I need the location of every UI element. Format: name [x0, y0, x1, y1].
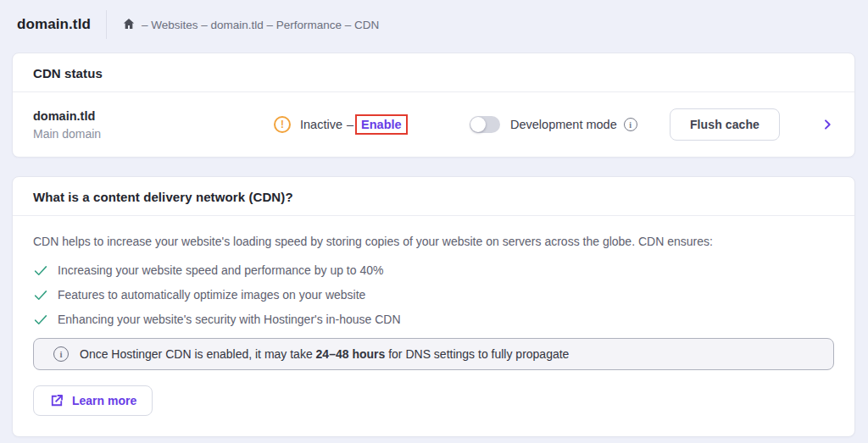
breadcrumb: – Websites – domain.tld – Performance – … — [122, 19, 379, 31]
domain-name: domain.tld — [33, 109, 274, 123]
cdn-settings-page: domain.tld – Websites – domain.tld – Per… — [0, 0, 868, 443]
dns-propagation-notice: i Once Hostinger CDN is enabled, it may … — [33, 338, 834, 370]
notice-text: Once Hostinger CDN is enabled, it may ta… — [80, 347, 569, 361]
toggle-knob — [470, 117, 486, 132]
development-mode-info-icon[interactable]: i — [624, 118, 637, 131]
development-mode-label: Development mode — [510, 118, 617, 131]
status-label: Inactive — [300, 118, 342, 131]
bullet-text: Increasing your website speed and perfor… — [58, 263, 383, 277]
learn-more-button[interactable]: Learn more — [33, 385, 153, 416]
site-name: domain.tld — [17, 16, 91, 33]
breadcrumb-path: – Websites – domain.tld – Performance – … — [142, 19, 379, 31]
list-item: Increasing your website speed and perfor… — [33, 263, 834, 278]
bullet-text: Features to automatically optimize image… — [58, 288, 365, 302]
notice-duration: 24–48 hours — [316, 347, 386, 361]
info-icon: i — [53, 346, 69, 362]
check-icon — [33, 263, 48, 278]
cdn-info-title: What is a content delivery network (CDN)… — [33, 190, 834, 204]
cdn-intro-text: CDN helps to increase your website's loa… — [33, 235, 834, 248]
check-icon — [33, 287, 48, 302]
list-item: Enhancing your website's security with H… — [33, 312, 834, 327]
domain-type-label: Main domain — [33, 127, 274, 141]
notice-prefix: Once Hostinger CDN is enabled, it may ta… — [80, 347, 316, 361]
learn-more-label: Learn more — [72, 394, 136, 407]
check-icon — [33, 312, 48, 327]
cdn-status-title: CDN status — [33, 66, 834, 80]
cdn-status-card-header: CDN status — [13, 53, 854, 92]
list-item: Features to automatically optimize image… — [33, 287, 834, 302]
domain-column: domain.tld Main domain — [33, 109, 274, 141]
cdn-status-card: CDN status domain.tld Main domain ! Inac… — [12, 53, 855, 158]
home-icon[interactable] — [122, 17, 136, 30]
annotation-highlight-box: Enable — [355, 114, 408, 135]
cdn-info-card-header: What is a content delivery network (CDN)… — [13, 177, 854, 216]
cdn-info-card: What is a content delivery network (CDN)… — [12, 176, 855, 437]
development-mode-toggle[interactable] — [470, 116, 500, 133]
domain-status-row: domain.tld Main domain ! Inactive – Enab… — [13, 92, 854, 157]
cdn-status-group: ! Inactive – Enable — [274, 114, 470, 135]
notice-suffix: for DNS settings to fully propagate — [385, 347, 569, 361]
cdn-benefits-list: Increasing your website speed and perfor… — [33, 263, 834, 327]
bullet-text: Enhancing your website's security with H… — [58, 313, 401, 326]
enable-cdn-link[interactable]: Enable — [361, 118, 402, 131]
development-mode-group: Development mode i — [470, 116, 670, 133]
header-divider — [106, 10, 107, 39]
external-link-icon — [49, 393, 64, 408]
chevron-right-icon[interactable] — [821, 118, 834, 131]
cdn-info-body: CDN helps to increase your website's loa… — [13, 216, 854, 436]
status-separator: – — [347, 118, 353, 131]
warning-icon: ! — [274, 116, 291, 133]
flush-cache-button[interactable]: Flush cache — [670, 108, 780, 141]
page-header: domain.tld – Websites – domain.tld – Per… — [0, 0, 868, 49]
